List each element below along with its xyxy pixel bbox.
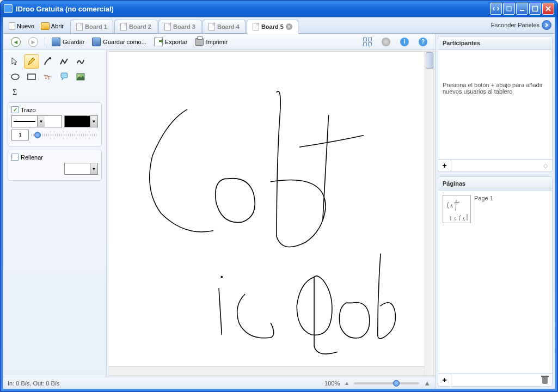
page-icon (209, 23, 215, 30)
zoom-out-icon[interactable]: ▲ (344, 380, 349, 386)
page-label: Page 1 (474, 195, 493, 201)
rectangle-tool[interactable] (24, 70, 39, 84)
freehand-tool[interactable] (73, 54, 88, 69)
page-icon (164, 23, 171, 30)
save-label: Guardar (63, 39, 84, 45)
page-item[interactable]: Page 1 (440, 193, 550, 225)
fill-color-combo[interactable]: ▼ (64, 163, 98, 175)
app-icon (4, 4, 13, 13)
print-label: Imprimir (206, 39, 228, 45)
stroke-style-combo[interactable]: ▼ (11, 115, 62, 127)
svg-point-11 (221, 277, 222, 278)
tab-board-3[interactable]: Board 3 (158, 20, 201, 33)
add-participant-button[interactable]: + (438, 160, 451, 171)
svg-text:Σ: Σ (13, 88, 17, 96)
arrow-right-icon: ► (28, 37, 38, 47)
window-title: IDroo Gratuita (no comercial) (16, 5, 114, 13)
titlebar[interactable]: IDroo Gratuita (no comercial) (1, 1, 557, 17)
io-status: In: 0 B/s, Out: 0 B/s (8, 380, 59, 387)
pages-header: Páginas (438, 177, 552, 191)
settings-button[interactable] (378, 36, 394, 48)
expand-icon[interactable]: ◇ (543, 162, 548, 169)
add-page-button[interactable]: + (438, 374, 451, 386)
fill-checkbox[interactable] (11, 154, 19, 161)
tab-board-2[interactable]: Board 2 (114, 20, 157, 33)
image-tool[interactable] (73, 70, 88, 84)
zoom-slider[interactable] (354, 382, 419, 384)
save-as-button[interactable]: Guardar como... (89, 36, 149, 48)
export-label: Exportar (165, 39, 188, 45)
canvas-area (107, 50, 435, 377)
slider-thumb[interactable] (393, 380, 400, 387)
open-board-button[interactable]: Abrir (39, 21, 66, 31)
scrollbar-thumb[interactable] (426, 52, 433, 69)
stroke-width-slider[interactable] (31, 134, 98, 136)
svg-text:T: T (47, 75, 51, 81)
help-button[interactable]: ? (415, 36, 431, 48)
horizontal-scrollbar[interactable] (108, 366, 425, 375)
drawing-canvas[interactable] (108, 52, 433, 375)
export-icon (154, 38, 163, 46)
zoom-in-icon[interactable]: ▲ (424, 379, 431, 387)
app-window: IDroo Gratuita (no comercial) Nuevo Abri… (0, 0, 558, 392)
svg-rect-5 (28, 74, 35, 79)
polyline-tool[interactable] (57, 54, 72, 69)
window-extra1-button[interactable] (490, 3, 502, 15)
stroke-checkbox[interactable] (11, 106, 19, 113)
select-tool[interactable] (8, 54, 23, 69)
ellipse-tool[interactable] (8, 70, 23, 84)
info-button[interactable]: i (397, 36, 412, 48)
main-area: ◄ ► Guardar Guardar como... Exportar Imp… (3, 34, 555, 389)
stroke-color-combo[interactable]: ▼ (64, 115, 98, 127)
nav-forward-button[interactable]: ► (25, 35, 41, 48)
tab-board-4[interactable]: Board 4 (203, 20, 246, 33)
disk-plus-icon (92, 38, 101, 46)
print-button[interactable]: Imprimir (192, 36, 231, 47)
fullscreen-button[interactable] (360, 36, 375, 48)
new-board-button[interactable]: Nuevo (7, 21, 36, 31)
disk-icon (52, 38, 60, 46)
delete-page-button[interactable] (541, 376, 549, 384)
fill-section: Rellenar ▼ (8, 150, 102, 181)
slider-thumb[interactable] (34, 132, 41, 138)
nav-back-button[interactable]: ◄ (8, 35, 24, 48)
chevron-down-icon: ▼ (90, 116, 97, 127)
tab-label: Board 2 (129, 23, 151, 30)
brush-tool[interactable] (40, 54, 56, 69)
chevron-down-icon: ▼ (90, 163, 97, 174)
save-as-label: Guardar como... (103, 39, 146, 45)
close-tab-icon[interactable]: × (286, 23, 292, 30)
tab-board-5[interactable]: Board 5× (247, 20, 298, 34)
formula-tool[interactable]: Σ (8, 85, 23, 99)
stroke-width-input[interactable] (11, 130, 29, 140)
arrow-right-icon (542, 20, 551, 30)
svg-rect-0 (507, 7, 511, 11)
expand-icon (363, 38, 372, 46)
close-button[interactable] (542, 3, 554, 15)
print-icon (195, 38, 204, 46)
gear-icon (382, 38, 390, 46)
tab-label: Board 1 (85, 23, 107, 30)
svg-rect-2 (533, 7, 538, 11)
page-icon (9, 22, 15, 30)
text-tool[interactable]: TT (40, 70, 56, 84)
hide-panels-label: Esconder Paneles (491, 22, 539, 28)
tools-panel: TT Σ Trazo ▼ ▼ (3, 50, 107, 377)
tab-board-1[interactable]: Board 1 (70, 20, 113, 33)
tab-label: Board 4 (217, 23, 240, 30)
save-button[interactable]: Guardar (48, 36, 88, 48)
export-button[interactable]: Exportar (151, 36, 191, 48)
minimize-button[interactable] (516, 3, 528, 15)
maximize-button[interactable] (529, 3, 541, 15)
help-icon: ? (419, 38, 427, 46)
tool-grid: TT Σ (8, 54, 102, 99)
canvas-viewport[interactable] (108, 51, 434, 376)
pencil-tool[interactable] (24, 54, 39, 69)
hide-panels-button[interactable]: Esconder Paneles (491, 20, 551, 30)
window-extra2-button[interactable] (503, 3, 515, 15)
speech-bubble-tool[interactable] (57, 70, 72, 84)
file-toolbar: ◄ ► Guardar Guardar como... Exportar Imp… (3, 34, 435, 50)
vertical-scrollbar[interactable] (425, 52, 433, 375)
zoom-value: 100% (324, 380, 340, 387)
tab-bar: Nuevo Abrir Board 1 Board 2 Board 3 Boar… (3, 17, 555, 34)
